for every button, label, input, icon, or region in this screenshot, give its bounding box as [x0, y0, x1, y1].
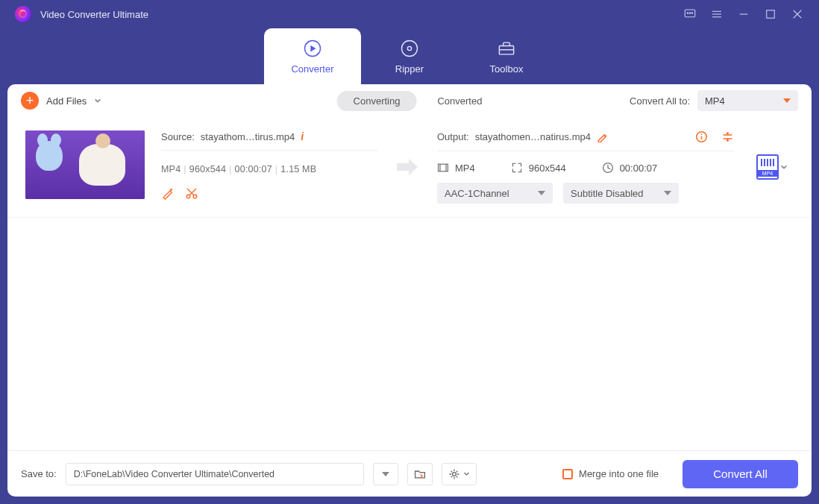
menu-icon[interactable] — [710, 7, 724, 21]
svg-rect-8 — [767, 10, 775, 19]
save-path-dropdown[interactable] — [373, 463, 398, 485]
edit-icon[interactable] — [597, 131, 608, 142]
source-line: Source: stayathom…tirus.mp4 i — [161, 130, 377, 151]
svg-point-1 — [687, 13, 688, 14]
audio-select[interactable]: AAC-1Channel — [437, 183, 553, 204]
minimize-icon[interactable] — [737, 7, 750, 21]
chevron-down-icon[interactable] — [780, 163, 788, 171]
maximize-icon[interactable] — [764, 7, 777, 21]
close-icon[interactable] — [791, 7, 804, 21]
app-logo — [15, 6, 31, 22]
merge-label: Merge into one file — [579, 468, 659, 479]
video-thumbnail[interactable] — [25, 130, 145, 199]
add-files-button[interactable]: + Add Files — [21, 92, 101, 110]
chevron-down-icon — [538, 191, 545, 195]
output-label: Output: — [437, 131, 469, 142]
source-meta: MP4|960x544|00:00:07|1.15 MB — [161, 164, 377, 174]
open-folder-button[interactable] — [407, 463, 433, 485]
out-format: MP4 — [437, 162, 475, 174]
out-resolution: 960x544 — [511, 162, 566, 174]
status-converted[interactable]: Converted — [437, 95, 482, 107]
subtitle-select[interactable]: Subtitle Disabled — [563, 183, 679, 204]
source-tools — [161, 186, 377, 200]
checkbox-icon — [562, 469, 573, 479]
output-filename: stayathomen…natirus.mp4 — [475, 131, 591, 142]
settings-button[interactable] — [442, 463, 477, 485]
ripper-icon — [399, 38, 420, 59]
main-tabs: Converter Ripper Toolbox — [0, 28, 819, 84]
source-filename: stayathom…tirus.mp4 — [201, 131, 295, 142]
tab-converter[interactable]: Converter — [264, 28, 361, 84]
svg-marker-12 — [310, 45, 316, 52]
save-to-label: Save to: — [21, 468, 57, 479]
status-tabs: Converting Converted — [337, 91, 483, 111]
svg-point-24 — [701, 133, 703, 135]
arrow-icon — [394, 159, 421, 175]
svg-point-3 — [691, 13, 693, 14]
folder-icon — [414, 468, 426, 480]
footer: Save to: D:\FoneLab\Video Converter Ulti… — [7, 450, 812, 497]
tab-ripper[interactable]: Ripper — [361, 28, 458, 84]
file-row: Source: stayathom…tirus.mp4 i MP4|960x54… — [7, 117, 812, 218]
convert-all-to: Convert All to: MP4 — [630, 90, 798, 111]
app-title: Video Converter Ultimate — [40, 9, 148, 20]
titlebar: Video Converter Ultimate — [0, 0, 819, 28]
cut-icon[interactable] — [185, 186, 198, 200]
svg-point-2 — [689, 13, 691, 14]
tab-converter-label: Converter — [291, 63, 333, 75]
out-duration: 00:00:07 — [602, 162, 658, 174]
window-controls — [683, 7, 804, 21]
save-path-input[interactable]: D:\FoneLab\Video Converter Ultimate\Conv… — [66, 463, 364, 485]
titlebar-left: Video Converter Ultimate — [15, 6, 148, 22]
svg-point-14 — [407, 46, 411, 50]
tab-toolbox-label: Toolbox — [490, 63, 524, 75]
toolbox-icon — [496, 38, 517, 59]
chevron-down-icon — [664, 191, 671, 195]
enhance-icon[interactable] — [161, 186, 175, 200]
chevron-down-icon — [783, 98, 791, 103]
clock-icon — [602, 162, 614, 174]
info-icon[interactable]: i — [301, 130, 304, 142]
svg-marker-21 — [397, 159, 418, 175]
merge-checkbox[interactable]: Merge into one file — [562, 468, 659, 479]
toolbar: + Add Files Converting Converted Convert… — [7, 84, 812, 117]
gear-icon — [448, 468, 460, 480]
chevron-down-icon — [94, 97, 101, 104]
source-column: Source: stayathom…tirus.mp4 i MP4|960x54… — [161, 130, 377, 200]
tab-toolbox[interactable]: Toolbox — [458, 28, 555, 84]
svg-point-13 — [402, 41, 418, 57]
output-column: Output: stayathomen…natirus.mp4 MP4 960x… — [437, 130, 734, 204]
film-icon — [437, 162, 449, 174]
output-props: MP4 960x544 00:00:07 — [437, 162, 734, 174]
svg-point-31 — [452, 472, 456, 476]
expand-icon — [511, 162, 523, 174]
output-selects: AAC-1Channel Subtitle Disabled — [437, 183, 734, 204]
format-select[interactable]: MP4 — [697, 90, 798, 111]
add-files-label: Add Files — [46, 95, 87, 107]
status-converting[interactable]: Converting — [337, 91, 417, 111]
profile-column — [750, 154, 794, 180]
format-selected-value: MP4 — [705, 95, 725, 107]
chevron-down-icon — [463, 470, 470, 477]
info-circle-icon[interactable] — [695, 130, 708, 143]
compress-icon[interactable] — [721, 130, 734, 143]
convert-all-to-label: Convert All to: — [630, 95, 690, 107]
converter-icon — [302, 38, 323, 59]
tab-ripper-label: Ripper — [395, 63, 424, 75]
output-profile-button[interactable] — [756, 154, 779, 180]
convert-all-button[interactable]: Convert All — [682, 460, 798, 488]
source-label: Source: — [161, 131, 195, 142]
workspace: + Add Files Converting Converted Convert… — [7, 84, 812, 497]
plus-icon: + — [21, 92, 39, 110]
feedback-icon[interactable] — [683, 7, 697, 21]
